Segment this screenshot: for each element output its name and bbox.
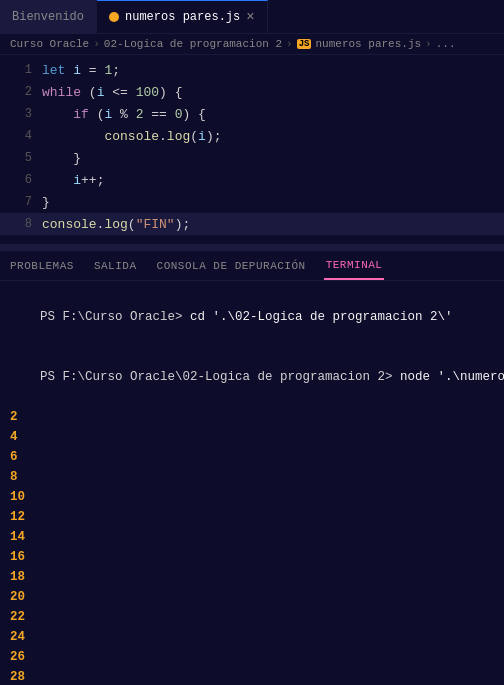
terminal-out-20: 20 bbox=[10, 587, 494, 607]
terminal-panel[interactable]: PS F:\Curso Oracle> cd '.\02-Logica de p… bbox=[0, 281, 504, 685]
code-content-7: } bbox=[42, 195, 50, 210]
term-prompt-1: PS F:\Curso Oracle> bbox=[40, 310, 190, 324]
code-line-6: 6 i++; bbox=[0, 169, 504, 191]
terminal-out-8: 8 bbox=[10, 467, 494, 487]
term-prompt-2: PS F:\Curso Oracle\02-Logica de programa… bbox=[40, 370, 400, 384]
terminal-out-14: 14 bbox=[10, 527, 494, 547]
terminal-line-2: PS F:\Curso Oracle\02-Logica de programa… bbox=[10, 347, 494, 407]
breadcrumb-sep3: › bbox=[425, 38, 432, 50]
code-line-7: 7 } bbox=[0, 191, 504, 213]
code-content-2: while (i <= 100) { bbox=[42, 85, 182, 100]
terminal-line-1: PS F:\Curso Oracle> cd '.\02-Logica de p… bbox=[10, 287, 494, 347]
terminal-out-12: 12 bbox=[10, 507, 494, 527]
terminal-out-10: 10 bbox=[10, 487, 494, 507]
terminal-out-22: 22 bbox=[10, 607, 494, 627]
code-content-6: i++; bbox=[42, 173, 104, 188]
js-file-icon bbox=[109, 12, 119, 22]
tab-terminal-label: TERMINAL bbox=[326, 259, 383, 271]
tab-problemas[interactable]: PROBLEMAS bbox=[8, 251, 76, 280]
code-line-3: 3 if (i % 2 == 0) { bbox=[0, 103, 504, 125]
line-number-2: 2 bbox=[4, 85, 32, 99]
breadcrumb: Curso Oracle › 02-Logica de programacion… bbox=[0, 34, 504, 55]
breadcrumb-sep2: › bbox=[286, 38, 293, 50]
line-number-8: 8 bbox=[4, 217, 32, 231]
tab-bienvenido[interactable]: Bienvenido bbox=[0, 0, 97, 33]
term-cmd-1: cd '.\02-Logica de programacion 2\' bbox=[190, 310, 453, 324]
line-number-1: 1 bbox=[4, 63, 32, 77]
tab-consola-label: CONSOLA DE DEPURACIÓN bbox=[157, 260, 306, 272]
panel-tabs: PROBLEMAS SALIDA CONSOLA DE DEPURACIÓN T… bbox=[0, 251, 504, 281]
tab-consola[interactable]: CONSOLA DE DEPURACIÓN bbox=[155, 251, 308, 280]
breadcrumb-sep1: › bbox=[93, 38, 100, 50]
code-line-5: 5 } bbox=[0, 147, 504, 169]
code-content-4: console.log(i); bbox=[42, 129, 221, 144]
code-line-2: 2 while (i <= 100) { bbox=[0, 81, 504, 103]
code-line-4: 4 console.log(i); bbox=[0, 125, 504, 147]
terminal-out-4: 4 bbox=[10, 427, 494, 447]
terminal-out-6: 6 bbox=[10, 447, 494, 467]
terminal-out-18: 18 bbox=[10, 567, 494, 587]
code-editor: 1 let i = 1; 2 while (i <= 100) { 3 if (… bbox=[0, 55, 504, 245]
line-number-5: 5 bbox=[4, 151, 32, 165]
tab-bienvenido-label: Bienvenido bbox=[12, 10, 84, 24]
line-number-7: 7 bbox=[4, 195, 32, 209]
tab-problemas-label: PROBLEMAS bbox=[10, 260, 74, 272]
term-cmd-2: node '.\numeros pares.js' bbox=[400, 370, 504, 384]
tab-salida-label: SALIDA bbox=[94, 260, 137, 272]
tab-salida[interactable]: SALIDA bbox=[92, 251, 139, 280]
code-content-5: } bbox=[42, 151, 81, 166]
breadcrumb-logica: 02-Logica de programacion 2 bbox=[104, 38, 282, 50]
breadcrumb-curso: Curso Oracle bbox=[10, 38, 89, 50]
breadcrumb-js-icon: JS bbox=[297, 39, 312, 49]
line-number-3: 3 bbox=[4, 107, 32, 121]
code-content-1: let i = 1; bbox=[42, 63, 120, 78]
terminal-out-26: 26 bbox=[10, 647, 494, 667]
tab-numeros-label: numeros pares.js bbox=[125, 10, 240, 24]
terminal-out-2: 2 bbox=[10, 407, 494, 427]
line-number-6: 6 bbox=[4, 173, 32, 187]
code-line-8: 8 console.log("FIN"); bbox=[0, 213, 504, 235]
line-number-4: 4 bbox=[4, 129, 32, 143]
code-content-8: console.log("FIN"); bbox=[42, 217, 190, 232]
tab-terminal[interactable]: TERMINAL bbox=[324, 251, 385, 280]
tab-numeros-pares[interactable]: numeros pares.js × bbox=[97, 0, 268, 33]
breadcrumb-dots: ... bbox=[436, 38, 456, 50]
tab-bar: Bienvenido numeros pares.js × bbox=[0, 0, 504, 34]
breadcrumb-file: numeros pares.js bbox=[315, 38, 421, 50]
terminal-out-24: 24 bbox=[10, 627, 494, 647]
code-line-1: 1 let i = 1; bbox=[0, 59, 504, 81]
close-tab-icon[interactable]: × bbox=[246, 10, 254, 24]
terminal-out-28: 28 bbox=[10, 667, 494, 685]
terminal-out-16: 16 bbox=[10, 547, 494, 567]
code-content-3: if (i % 2 == 0) { bbox=[42, 107, 206, 122]
